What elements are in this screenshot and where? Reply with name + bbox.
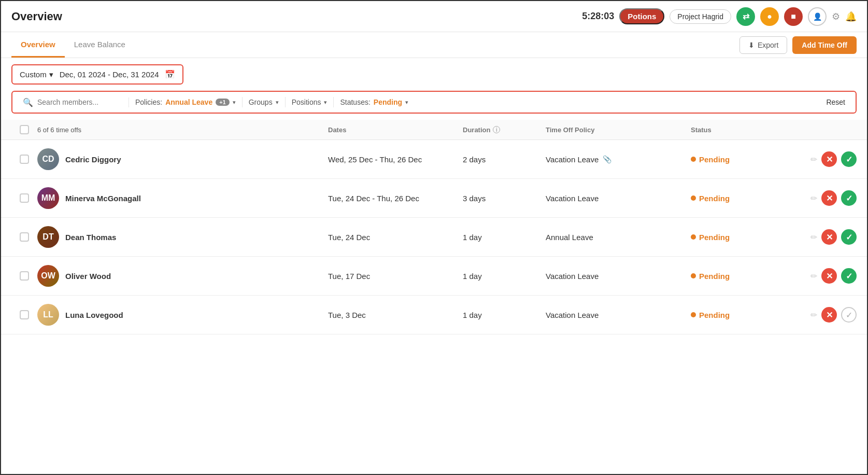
actions-cell: ✏ ✕ ✓ (794, 229, 857, 245)
deny-button[interactable]: ✕ (821, 307, 837, 323)
actions-cell: ✏ ✕ ✓ (794, 307, 857, 323)
dates-cell: Tue, 24 Dec - Thu, 26 Dec (328, 194, 463, 203)
date-range-text: Dec, 01 2024 - Dec, 31 2024 (60, 70, 159, 79)
member-cell: OW Oliver Wood (37, 265, 328, 287)
calendar-icon[interactable]: 📅 (165, 69, 175, 79)
swap-icon-button[interactable]: ⇄ (736, 7, 755, 26)
actions-cell: ✏ ✕ ✓ (794, 151, 857, 167)
app-header: Overview 5:28:03 Potions Project Hagrid … (1, 1, 867, 32)
policies-filter[interactable]: Policies: Annual Leave +1 ▾ (135, 98, 236, 106)
policy-cell: Annual Leave (546, 233, 691, 242)
policy-cell: Vacation Leave 📎 (546, 155, 691, 164)
member-name: Minerva McGonagall (65, 194, 141, 203)
avatar: MM (37, 187, 59, 209)
approve-button[interactable]: ✓ (841, 268, 857, 284)
avatar: DT (37, 226, 59, 248)
row-checkbox-cell (11, 271, 37, 281)
divider-1 (242, 97, 243, 107)
deny-button[interactable]: ✕ (821, 190, 837, 206)
tabs-left: Overview Leave Balance (11, 33, 135, 58)
row-checkbox[interactable] (20, 310, 29, 319)
filter-bottom-bar: 🔍 Policies: Annual Leave +1 ▾ Groups ▾ P… (11, 91, 857, 114)
row-checkbox[interactable] (20, 193, 29, 203)
approve-button[interactable]: ✓ (841, 229, 857, 245)
positions-label: Positions (292, 98, 321, 106)
status-header-text: Status (691, 126, 712, 134)
row-checkbox[interactable] (20, 232, 29, 242)
deny-button[interactable]: ✕ (821, 229, 837, 245)
policy-cell: Vacation Leave (546, 194, 691, 203)
edit-button[interactable]: ✏ (810, 155, 817, 164)
groups-filter[interactable]: Groups ▾ (249, 98, 279, 106)
avatar-image: OW (37, 265, 59, 287)
search-input[interactable] (37, 98, 120, 106)
dates-cell: Wed, 25 Dec - Thu, 26 Dec (328, 155, 463, 164)
header-time: 5:28:03 (582, 11, 614, 22)
duration-cell: 3 days (463, 194, 546, 203)
export-button[interactable]: ⬇ Export (739, 36, 787, 54)
duration-header-text: Duration (463, 126, 490, 134)
member-name: Oliver Wood (65, 272, 111, 281)
dates-cell: Tue, 3 Dec (328, 311, 463, 319)
add-timeoff-button[interactable]: Add Time Off (792, 36, 857, 54)
duration-header: Duration i (463, 126, 546, 134)
notifications-icon-button[interactable]: 🔔 (845, 11, 857, 22)
duration-info-icon[interactable]: i (493, 126, 500, 133)
status-dot-icon (691, 234, 696, 240)
custom-dropdown[interactable]: Custom ▾ (20, 70, 53, 79)
tab-overview[interactable]: Overview (11, 33, 65, 58)
date-filter-box[interactable]: Custom ▾ Dec, 01 2024 - Dec, 31 2024 📅 (11, 64, 183, 85)
table-row: CD Cedric Diggory Wed, 25 Dec - Thu, 26 … (1, 140, 867, 179)
select-all-checkbox[interactable] (20, 125, 29, 134)
status-text: Pending (699, 155, 730, 164)
tab-leave-balance[interactable]: Leave Balance (65, 33, 135, 58)
approve-ghost-button[interactable]: ✓ (841, 307, 857, 323)
potions-badge[interactable]: Potions (619, 8, 664, 24)
member-name: Dean Thomas (65, 233, 116, 242)
actions-cell: ✏ ✕ ✓ (794, 268, 857, 284)
duration-cell: 1 day (463, 272, 546, 281)
approve-button[interactable]: ✓ (841, 190, 857, 206)
row-checkbox[interactable] (20, 271, 29, 281)
statuses-chevron-icon: ▾ (405, 99, 408, 106)
avatar: OW (37, 265, 59, 287)
person-icon-button[interactable]: 👤 (808, 7, 827, 26)
deny-button[interactable]: ✕ (821, 268, 837, 284)
member-name: Luna Lovegood (65, 311, 123, 319)
deny-button[interactable]: ✕ (821, 151, 837, 167)
table-row: DT Dean Thomas Tue, 24 Dec 1 day Annual … (1, 218, 867, 257)
edit-button[interactable]: ✏ (810, 232, 817, 242)
status-cell: Pending (691, 233, 794, 242)
avatar-image: LL (37, 304, 59, 326)
approve-button[interactable]: ✓ (841, 151, 857, 167)
duration-cell: 1 day (463, 233, 546, 242)
search-icon: 🔍 (23, 97, 33, 107)
status-dot-icon (691, 273, 696, 278)
edit-button[interactable]: ✏ (810, 310, 817, 320)
row-checkbox[interactable] (20, 155, 29, 164)
tabs-right: ⬇ Export Add Time Off (739, 36, 857, 54)
row-checkbox-cell (11, 155, 37, 164)
status-header: Status (691, 126, 794, 134)
filter-top: Custom ▾ Dec, 01 2024 - Dec, 31 2024 📅 (1, 58, 867, 91)
stop-icon-button[interactable]: ■ (784, 7, 803, 26)
member-cell: MM Minerva McGonagall (37, 187, 328, 209)
avatar: CD (37, 148, 59, 170)
edit-button[interactable]: ✏ (810, 193, 817, 203)
reset-button[interactable]: Reset (826, 98, 845, 106)
avatar-image: CD (37, 148, 59, 170)
statuses-filter[interactable]: Statuses: Pending ▾ (340, 98, 408, 106)
status-text: Pending (699, 272, 730, 281)
custom-chevron-icon: ▾ (49, 70, 53, 79)
project-badge[interactable]: Project Hagrid (670, 9, 731, 24)
divider-2 (285, 97, 286, 107)
divider-3 (333, 97, 334, 107)
status-text: Pending (699, 233, 730, 242)
policy-name: Vacation Leave (546, 272, 599, 281)
duration-cell: 2 days (463, 155, 546, 164)
status-icon-button[interactable]: ● (760, 7, 779, 26)
settings-icon-button[interactable]: ⚙ (832, 11, 840, 22)
edit-button[interactable]: ✏ (810, 271, 817, 281)
positions-filter[interactable]: Positions ▾ (292, 98, 328, 106)
statuses-label: Statuses: (340, 98, 370, 106)
